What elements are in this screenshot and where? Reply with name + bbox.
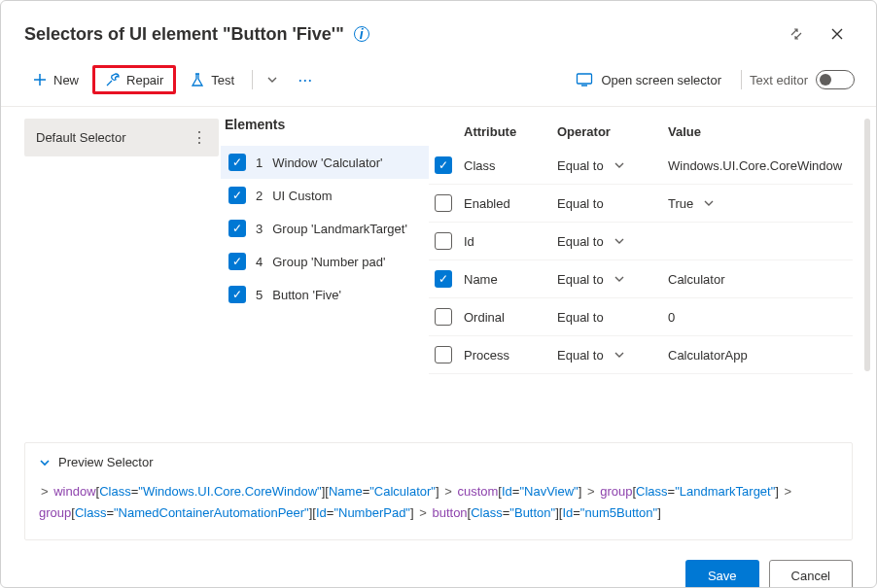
test-dropdown-icon[interactable] xyxy=(261,74,284,86)
element-label: Button 'Five' xyxy=(272,288,341,302)
selectors-panel: Default Selector ⋮ xyxy=(1,107,215,432)
col-attribute: Attribute xyxy=(464,124,553,139)
elements-panel: Elements ✓1Window 'Calculator'✓2UI Custo… xyxy=(215,107,429,432)
toolbar-separator xyxy=(741,70,742,89)
attribute-name: Id xyxy=(464,234,553,249)
selector-item[interactable]: Default Selector ⋮ xyxy=(24,119,219,156)
new-button[interactable]: New xyxy=(22,66,88,93)
chevron-down-icon xyxy=(39,457,51,468)
attribute-name: Enabled xyxy=(464,196,553,211)
selector-item-label: Default Selector xyxy=(36,130,126,145)
operator-dropdown[interactable]: Equal to xyxy=(557,310,664,325)
col-operator: Operator xyxy=(557,124,664,139)
operator-label: Equal to xyxy=(557,196,604,211)
chevron-down-icon xyxy=(614,349,625,361)
checkbox[interactable]: ✓ xyxy=(435,308,452,326)
operator-label: Equal to xyxy=(557,310,604,325)
element-index: 5 xyxy=(256,288,263,302)
elements-heading: Elements xyxy=(221,117,429,132)
close-icon[interactable] xyxy=(822,18,853,50)
value-cell[interactable]: 0 xyxy=(668,310,847,325)
save-button[interactable]: Save xyxy=(685,560,759,588)
new-label: New xyxy=(53,73,79,87)
preview-selector-toggle[interactable]: Preview Selector xyxy=(39,455,838,469)
chevron-down-icon xyxy=(614,235,625,247)
element-item[interactable]: ✓5Button 'Five' xyxy=(221,278,429,311)
operator-dropdown[interactable]: Equal to xyxy=(557,348,664,363)
attribute-row: ✓OrdinalEqual to0 xyxy=(429,298,853,336)
operator-dropdown[interactable]: Equal to xyxy=(557,158,664,173)
attribute-row: ✓NameEqual toCalculator xyxy=(429,260,853,298)
checkbox[interactable]: ✓ xyxy=(228,154,246,171)
value-cell[interactable]: True xyxy=(668,196,847,211)
col-value: Value xyxy=(668,124,847,139)
element-label: UI Custom xyxy=(272,189,332,203)
element-index: 3 xyxy=(256,222,263,236)
cancel-button[interactable]: Cancel xyxy=(769,560,853,588)
repair-button[interactable]: Repair xyxy=(92,65,176,94)
attribute-name: Process xyxy=(464,348,553,363)
more-actions-icon[interactable]: ··· xyxy=(288,70,322,90)
element-item[interactable]: ✓4Group 'Number pad' xyxy=(221,245,429,278)
text-editor-toggle[interactable]: Text editor xyxy=(750,70,855,89)
checkbox[interactable]: ✓ xyxy=(435,156,452,174)
checkbox[interactable]: ✓ xyxy=(228,187,246,204)
repair-label: Repair xyxy=(126,73,163,87)
flask-icon xyxy=(190,72,205,87)
info-icon[interactable]: i xyxy=(354,26,369,42)
attribute-name: Name xyxy=(464,272,553,287)
operator-label: Equal to xyxy=(557,158,604,173)
svg-rect-0 xyxy=(578,74,592,84)
preview-selector-panel: Preview Selector > window[Class="Windows… xyxy=(24,442,853,540)
test-label: Test xyxy=(211,73,234,87)
more-vertical-icon[interactable]: ⋮ xyxy=(192,128,207,147)
attribute-value: Windows.UI.Core.CoreWindow xyxy=(668,158,842,173)
checkbox[interactable]: ✓ xyxy=(228,286,246,303)
toggle-off-icon[interactable] xyxy=(816,70,855,89)
attribute-value: 0 xyxy=(668,310,675,325)
checkbox[interactable]: ✓ xyxy=(228,220,246,237)
monitor-icon xyxy=(576,72,593,87)
attributes-header: Attribute Operator Value xyxy=(429,117,853,147)
scrollbar[interactable] xyxy=(864,119,870,371)
element-index: 4 xyxy=(256,255,263,269)
toolbar-separator xyxy=(252,70,253,89)
element-label: Window 'Calculator' xyxy=(272,156,382,170)
attributes-panel: Attribute Operator Value ✓ClassEqual toW… xyxy=(429,107,876,432)
checkbox[interactable]: ✓ xyxy=(228,253,246,270)
checkbox[interactable]: ✓ xyxy=(435,270,452,288)
attribute-name: Ordinal xyxy=(464,310,553,325)
checkbox[interactable]: ✓ xyxy=(435,346,452,363)
element-item[interactable]: ✓2UI Custom xyxy=(221,179,429,212)
operator-dropdown[interactable]: Equal to xyxy=(557,272,664,287)
attribute-value: CalculatorApp xyxy=(668,348,748,363)
attribute-name: Class xyxy=(464,158,553,173)
value-cell[interactable]: CalculatorApp xyxy=(668,348,847,363)
test-button[interactable]: Test xyxy=(180,66,244,93)
operator-label: Equal to xyxy=(557,234,604,249)
operator-label: Equal to xyxy=(557,272,604,287)
toolbar: New Repair Test ··· Open screen selector… xyxy=(1,57,876,107)
operator-dropdown[interactable]: Equal to xyxy=(557,234,664,249)
chevron-down-icon xyxy=(614,159,625,171)
open-screen-label: Open screen selector xyxy=(601,73,721,87)
operator-label: Equal to xyxy=(557,348,604,363)
element-item[interactable]: ✓1Window 'Calculator' xyxy=(221,146,429,179)
dialog-header: Selectors of UI element "Button 'Five'" … xyxy=(1,1,876,57)
element-index: 2 xyxy=(256,189,263,203)
value-cell[interactable]: Calculator xyxy=(668,272,847,287)
attribute-value: Calculator xyxy=(668,272,725,287)
dialog-title: Selectors of UI element "Button 'Five'" xyxy=(24,24,344,45)
operator-dropdown[interactable]: Equal to xyxy=(557,196,664,211)
attribute-row: ✓EnabledEqual toTrue xyxy=(429,185,853,223)
open-screen-selector-button[interactable]: Open screen selector xyxy=(576,72,721,87)
value-cell[interactable]: Windows.UI.Core.CoreWindow xyxy=(668,158,847,173)
expand-icon[interactable] xyxy=(781,18,812,50)
element-label: Group 'Number pad' xyxy=(272,255,385,269)
checkbox[interactable]: ✓ xyxy=(435,194,452,212)
attribute-value: True xyxy=(668,196,693,211)
element-item[interactable]: ✓3Group 'LandmarkTarget' xyxy=(221,212,429,245)
element-label: Group 'LandmarkTarget' xyxy=(272,222,407,236)
attribute-row: ✓IdEqual to xyxy=(429,223,853,260)
checkbox[interactable]: ✓ xyxy=(435,232,452,250)
